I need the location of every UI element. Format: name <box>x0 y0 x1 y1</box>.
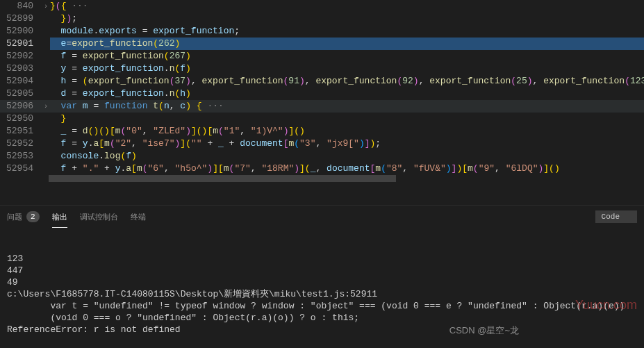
code-content[interactable]: f + "." + y.a[m("6", "h5o^")][m("7", "18… <box>50 163 644 175</box>
horizontal-scrollbar[interactable] <box>0 175 644 182</box>
output-line: var t = "undefined" != typeof window ? w… <box>7 300 637 312</box>
code-content[interactable]: console.log(f) <box>50 150 644 163</box>
fold-chevron-icon <box>42 113 50 125</box>
code-line[interactable]: 52901 e=export_function(262) <box>0 38 644 50</box>
line-number: 52954 <box>0 163 42 175</box>
fold-chevron-icon <box>42 13 50 25</box>
fold-chevron-icon <box>42 88 50 100</box>
output-line: ReferenceError: r is not defined <box>7 324 637 335</box>
code-content[interactable]: e=export_function(262) <box>50 38 644 50</box>
panel-tab-调试控制台[interactable]: 调试控制台 <box>80 206 118 228</box>
code-content[interactable]: module.exports = export_function; <box>50 25 644 38</box>
line-number: 52950 <box>0 113 42 125</box>
line-number: 52900 <box>0 25 42 38</box>
fold-chevron-icon <box>42 163 50 175</box>
code-line[interactable]: 52899 }); <box>0 13 644 25</box>
problems-count-badge: 2 <box>26 211 40 222</box>
panel-tab-label: 终端 <box>131 212 146 222</box>
code-line[interactable]: 52954 f + "." + y.a[m("6", "h5o^")][m("7… <box>0 163 644 175</box>
code-line[interactable]: 840›}({ ··· <box>0 0 644 13</box>
line-number: 52952 <box>0 138 42 150</box>
line-number: 52901 <box>0 38 42 50</box>
output-channel-dropdown[interactable]: Code <box>595 210 637 223</box>
output-line: c:\Users\F1685778.IT-C14080115S\Desktop\… <box>7 288 637 300</box>
code-line[interactable]: 52953 console.log(f) <box>0 150 644 163</box>
fold-chevron-icon <box>42 75 50 88</box>
line-number: 52903 <box>0 63 42 75</box>
panel-header: 问题2输出调试控制台终端 Code <box>0 205 644 228</box>
code-content[interactable]: d = export_function.n(h) <box>50 88 644 100</box>
code-line[interactable]: 52950 } <box>0 113 644 125</box>
code-line[interactable]: 52903 y = export_function.n(f) <box>0 63 644 75</box>
fold-chevron-icon <box>42 50 50 63</box>
code-line[interactable]: 52951 _ = d()()[m("0", "ZLEd")]()[m("1",… <box>0 125 644 138</box>
code-line[interactable]: 52904 h = (export_function(37), export_f… <box>0 75 644 88</box>
fold-chevron-icon <box>42 150 50 163</box>
line-number: 52899 <box>0 13 42 25</box>
code-content[interactable]: }({ ··· <box>50 0 644 13</box>
code-content[interactable]: y = export_function.n(f) <box>50 63 644 75</box>
panel-tab-label: 问题 <box>7 212 22 222</box>
code-line[interactable]: 52900 module.exports = export_function; <box>0 25 644 38</box>
fold-chevron-icon[interactable]: › <box>42 100 50 113</box>
fold-chevron-icon <box>42 25 50 38</box>
fold-chevron-icon <box>42 38 50 50</box>
fold-chevron-icon <box>42 63 50 75</box>
fold-chevron-icon[interactable]: › <box>42 0 50 13</box>
line-number: 52906 <box>0 100 42 113</box>
line-number: 52904 <box>0 75 42 88</box>
output-line: 123 <box>7 253 637 265</box>
line-number: 52951 <box>0 125 42 138</box>
code-content[interactable]: h = (export_function(37), export_functio… <box>50 75 644 88</box>
code-line[interactable]: 52952 f = y.a[m("2", "ise7")]("" + _ + d… <box>0 138 644 150</box>
code-content[interactable]: f = y.a[m("2", "ise7")]("" + _ + documen… <box>50 138 644 150</box>
panel-tab-label: 输出 <box>52 212 67 222</box>
line-number: 52902 <box>0 50 42 63</box>
output-line: (void 0 === o ? "undefined" : Object(r.a… <box>7 312 637 324</box>
panel-tab-问题[interactable]: 问题2 <box>7 206 40 228</box>
panel-tab-label: 调试控制台 <box>80 212 118 222</box>
line-number: 52953 <box>0 150 42 163</box>
code-content[interactable]: } <box>50 113 644 125</box>
code-line[interactable]: 52906› var m = function t(n, c) { ··· <box>0 100 644 113</box>
code-line[interactable]: 52905 d = export_function.n(h) <box>0 88 644 100</box>
dropdown-label: Code <box>602 213 620 221</box>
fold-chevron-icon <box>42 125 50 138</box>
panel-tab-输出[interactable]: 输出 <box>52 206 67 228</box>
code-content[interactable]: f = export_function(267) <box>50 50 644 63</box>
line-number: 52905 <box>0 88 42 100</box>
code-content[interactable]: _ = d()()[m("0", "ZLEd")]()[m("1", "1)V^… <box>50 125 644 138</box>
fold-chevron-icon <box>42 138 50 150</box>
output-line: 447 <box>7 265 637 276</box>
line-number: 840 <box>0 0 42 13</box>
code-editor[interactable]: 840›}({ ···52899 });52900 module.exports… <box>0 0 644 205</box>
panel-tab-终端[interactable]: 终端 <box>131 206 146 228</box>
output-line: 49 <box>7 276 637 288</box>
code-content[interactable]: var m = function t(n, c) { ··· <box>50 100 644 113</box>
code-content[interactable]: }); <box>50 13 644 25</box>
output-panel[interactable]: 12344749c:\Users\F1685778.IT-C14080115S\… <box>0 228 644 339</box>
code-line[interactable]: 52902 f = export_function(267) <box>0 50 644 63</box>
scrollbar-thumb[interactable] <box>49 175 396 182</box>
